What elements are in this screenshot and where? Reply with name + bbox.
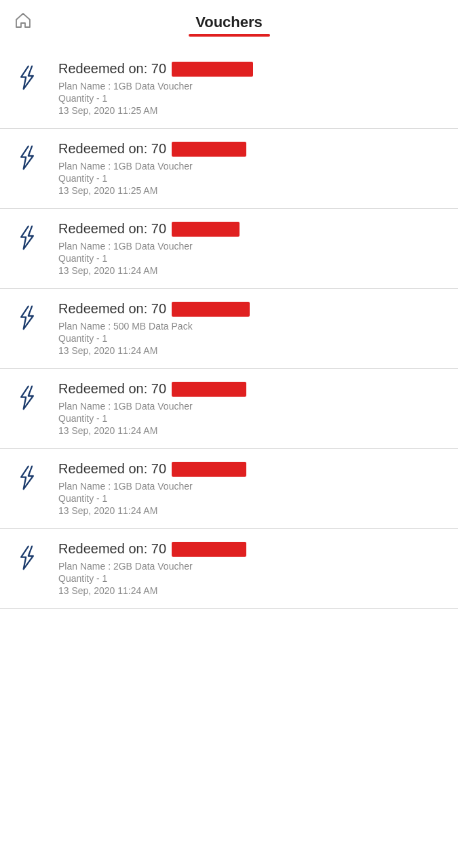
redacted-phone <box>172 62 253 77</box>
redeemed-label: Redeemed on: 70 <box>58 461 166 477</box>
voucher-details: Redeemed on: 70 Plan Name : 1GB Data Vou… <box>58 61 444 116</box>
voucher-logo-icon <box>14 224 47 254</box>
redeemed-row: Redeemed on: 70 <box>58 141 444 157</box>
quantity: Quantity - 1 <box>58 413 444 424</box>
voucher-item: Redeemed on: 70 Plan Name : 1GB Data Vou… <box>0 49 458 129</box>
redeemed-row: Redeemed on: 70 <box>58 221 444 237</box>
home-icon[interactable] <box>14 11 33 33</box>
page-title: Vouchers <box>189 14 270 31</box>
voucher-details: Redeemed on: 70 Plan Name : 1GB Data Vou… <box>58 221 444 276</box>
redeemed-label: Redeemed on: 70 <box>58 221 166 237</box>
voucher-item: Redeemed on: 70 Plan Name : 1GB Data Vou… <box>0 129 458 209</box>
plan-name: Plan Name : 2GB Data Voucher <box>58 561 444 572</box>
plan-name: Plan Name : 1GB Data Voucher <box>58 241 444 252</box>
voucher-logo-icon <box>14 544 47 574</box>
redeemed-label: Redeemed on: 70 <box>58 141 166 157</box>
timestamp: 13 Sep, 2020 11:24 AM <box>58 505 444 516</box>
page-header: Vouchers <box>0 0 458 43</box>
redeemed-row: Redeemed on: 70 <box>58 461 444 477</box>
redeemed-label: Redeemed on: 70 <box>58 61 166 77</box>
voucher-logo-icon <box>14 64 47 94</box>
redeemed-row: Redeemed on: 70 <box>58 541 444 557</box>
plan-name: Plan Name : 500 MB Data Pack <box>58 321 444 332</box>
quantity: Quantity - 1 <box>58 93 444 104</box>
timestamp: 13 Sep, 2020 11:24 AM <box>58 585 444 596</box>
redeemed-label: Redeemed on: 70 <box>58 541 166 557</box>
timestamp: 13 Sep, 2020 11:25 AM <box>58 185 444 196</box>
redeemed-row: Redeemed on: 70 <box>58 61 444 77</box>
redacted-phone <box>172 302 250 317</box>
voucher-logo-icon <box>14 144 47 174</box>
redeemed-label: Redeemed on: 70 <box>58 301 166 317</box>
voucher-item: Redeemed on: 70 Plan Name : 1GB Data Vou… <box>0 369 458 449</box>
redacted-phone <box>172 222 240 237</box>
redacted-phone <box>172 142 246 157</box>
voucher-list: Redeemed on: 70 Plan Name : 1GB Data Vou… <box>0 49 458 609</box>
title-underline <box>189 34 270 37</box>
voucher-item: Redeemed on: 70 Plan Name : 500 MB Data … <box>0 289 458 369</box>
quantity: Quantity - 1 <box>58 253 444 264</box>
plan-name: Plan Name : 1GB Data Voucher <box>58 401 444 412</box>
plan-name: Plan Name : 1GB Data Voucher <box>58 81 444 92</box>
redacted-phone <box>172 382 246 397</box>
voucher-item: Redeemed on: 70 Plan Name : 1GB Data Vou… <box>0 449 458 529</box>
voucher-details: Redeemed on: 70 Plan Name : 1GB Data Vou… <box>58 381 444 436</box>
plan-name: Plan Name : 1GB Data Voucher <box>58 161 444 172</box>
timestamp: 13 Sep, 2020 11:24 AM <box>58 425 444 436</box>
voucher-logo-icon <box>14 464 47 494</box>
quantity: Quantity - 1 <box>58 493 444 504</box>
timestamp: 13 Sep, 2020 11:25 AM <box>58 105 444 116</box>
voucher-details: Redeemed on: 70 Plan Name : 1GB Data Vou… <box>58 141 444 196</box>
voucher-logo-icon <box>14 304 47 334</box>
voucher-item: Redeemed on: 70 Plan Name : 2GB Data Vou… <box>0 529 458 609</box>
quantity: Quantity - 1 <box>58 573 444 584</box>
redeemed-row: Redeemed on: 70 <box>58 301 444 317</box>
voucher-logo-icon <box>14 384 47 414</box>
plan-name: Plan Name : 1GB Data Voucher <box>58 481 444 492</box>
redeemed-label: Redeemed on: 70 <box>58 381 166 397</box>
redacted-phone <box>172 462 246 477</box>
redacted-phone <box>172 542 246 557</box>
voucher-details: Redeemed on: 70 Plan Name : 500 MB Data … <box>58 301 444 356</box>
voucher-details: Redeemed on: 70 Plan Name : 1GB Data Vou… <box>58 461 444 516</box>
quantity: Quantity - 1 <box>58 173 444 184</box>
quantity: Quantity - 1 <box>58 333 444 344</box>
voucher-item: Redeemed on: 70 Plan Name : 1GB Data Vou… <box>0 209 458 289</box>
redeemed-row: Redeemed on: 70 <box>58 381 444 397</box>
voucher-details: Redeemed on: 70 Plan Name : 2GB Data Vou… <box>58 541 444 596</box>
timestamp: 13 Sep, 2020 11:24 AM <box>58 345 444 356</box>
timestamp: 13 Sep, 2020 11:24 AM <box>58 265 444 276</box>
